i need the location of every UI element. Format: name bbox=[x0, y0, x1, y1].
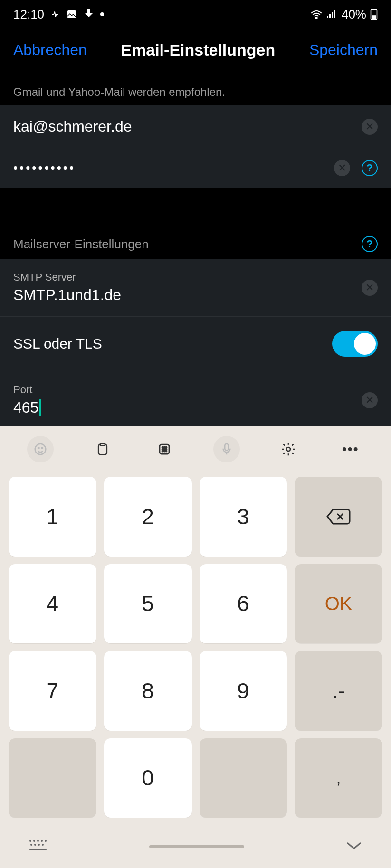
svg-point-29 bbox=[41, 840, 43, 842]
svg-point-26 bbox=[29, 840, 31, 842]
password-value: •••••••••• bbox=[13, 160, 378, 175]
svg-point-16 bbox=[164, 447, 165, 448]
svg-point-30 bbox=[45, 840, 47, 842]
account-hint: Gmail und Yahoo-Mail werden empfohlen. bbox=[0, 71, 391, 105]
svg-point-25 bbox=[286, 447, 290, 451]
svg-point-33 bbox=[38, 844, 40, 846]
port-value-text: 465 bbox=[13, 399, 38, 416]
more-icon[interactable]: ••• bbox=[337, 436, 364, 462]
key-9[interactable]: 9 bbox=[200, 651, 287, 731]
keyboard-collapse-icon[interactable] bbox=[345, 840, 362, 853]
clipboard-icon[interactable] bbox=[89, 436, 116, 462]
svg-rect-5 bbox=[334, 10, 335, 18]
save-button[interactable]: Speichern bbox=[309, 41, 378, 59]
smtp-label: SMTP Server bbox=[13, 271, 378, 283]
clear-smtp-button[interactable]: ✕ bbox=[362, 280, 378, 296]
key-7[interactable]: 7 bbox=[9, 651, 96, 731]
svg-rect-13 bbox=[100, 443, 105, 446]
image-icon bbox=[66, 9, 77, 20]
svg-point-18 bbox=[162, 449, 163, 450]
key-blank-left[interactable] bbox=[9, 738, 96, 818]
clear-email-button[interactable]: ✕ bbox=[362, 119, 378, 135]
battery-icon bbox=[370, 8, 378, 20]
smtp-field-row[interactable]: SMTP Server SMTP.1und1.de ✕ bbox=[0, 259, 391, 317]
svg-point-9 bbox=[35, 444, 46, 455]
dot-icon bbox=[100, 12, 104, 16]
password-help-button[interactable]: ? bbox=[362, 160, 378, 176]
ssl-toggle[interactable] bbox=[332, 331, 378, 357]
port-field-row[interactable]: Port 465 ✕ bbox=[0, 371, 391, 429]
svg-point-15 bbox=[162, 447, 163, 448]
status-bar: 12:10 40% bbox=[0, 0, 391, 28]
status-time: 12:10 bbox=[13, 7, 44, 22]
numeric-keyboard: ••• 1 2 3 4 5 6 OK 7 8 9 .- 0 , bbox=[0, 426, 391, 868]
microphone-icon[interactable] bbox=[213, 436, 240, 462]
svg-point-21 bbox=[162, 451, 163, 452]
password-field-row[interactable]: •••••••••• ✕ ? bbox=[0, 148, 391, 188]
port-label: Port bbox=[13, 384, 378, 396]
key-backspace[interactable] bbox=[295, 477, 382, 557]
port-value: 465 bbox=[13, 399, 378, 416]
mailserver-section-header: Mailserver-Einstellungen ? bbox=[0, 214, 391, 259]
ssl-toggle-row: SSL oder TLS bbox=[0, 317, 391, 371]
svg-point-31 bbox=[30, 844, 32, 846]
key-1[interactable]: 1 bbox=[9, 477, 96, 557]
activity-icon bbox=[50, 9, 60, 19]
svg-point-32 bbox=[34, 844, 36, 846]
key-8[interactable]: 8 bbox=[104, 651, 192, 731]
nav-handle[interactable] bbox=[149, 845, 244, 848]
download-icon bbox=[83, 9, 95, 20]
svg-point-27 bbox=[33, 840, 35, 842]
svg-rect-24 bbox=[225, 444, 229, 451]
key-6[interactable]: 6 bbox=[200, 564, 287, 644]
svg-point-22 bbox=[164, 451, 165, 452]
grid-icon[interactable] bbox=[151, 436, 178, 462]
svg-point-11 bbox=[42, 447, 43, 449]
key-ok[interactable]: OK bbox=[295, 564, 382, 644]
key-symbols-1[interactable]: .- bbox=[295, 651, 382, 731]
keyboard-switch-icon[interactable] bbox=[29, 839, 48, 854]
svg-rect-4 bbox=[332, 12, 333, 18]
key-blank-right[interactable] bbox=[200, 738, 287, 818]
page-header: Abbrechen Email-Einstellungen Speichern bbox=[0, 28, 391, 71]
svg-point-19 bbox=[164, 449, 165, 450]
svg-rect-2 bbox=[327, 16, 328, 18]
emoji-icon[interactable] bbox=[27, 436, 54, 462]
svg-point-10 bbox=[38, 447, 39, 449]
key-2[interactable]: 2 bbox=[104, 477, 192, 557]
signal-icon bbox=[326, 9, 338, 19]
mailserver-section: SMTP Server SMTP.1und1.de ✕ SSL oder TLS… bbox=[0, 259, 391, 429]
svg-rect-7 bbox=[372, 9, 376, 9]
svg-point-1 bbox=[315, 17, 317, 19]
status-battery-text: 40% bbox=[342, 7, 366, 22]
page-title: Email-Einstellungen bbox=[87, 41, 309, 59]
email-field-row[interactable]: kai@schmerer.de ✕ bbox=[0, 105, 391, 148]
svg-point-20 bbox=[166, 449, 167, 450]
key-4[interactable]: 4 bbox=[9, 564, 96, 644]
clear-password-button[interactable]: ✕ bbox=[334, 160, 350, 176]
mailserver-section-label: Mailserver-Einstellungen bbox=[13, 237, 149, 252]
key-3[interactable]: 3 bbox=[200, 477, 287, 557]
cancel-button[interactable]: Abbrechen bbox=[13, 41, 87, 59]
keyboard-bottom-bar bbox=[0, 825, 391, 868]
svg-rect-8 bbox=[372, 15, 376, 19]
email-value: kai@schmerer.de bbox=[13, 118, 378, 135]
keypad-grid: 1 2 3 4 5 6 OK 7 8 9 .- 0 , bbox=[0, 472, 391, 825]
svg-point-17 bbox=[166, 447, 167, 448]
text-cursor bbox=[39, 399, 41, 416]
key-0[interactable]: 0 bbox=[104, 738, 192, 818]
svg-rect-3 bbox=[329, 14, 331, 18]
svg-rect-0 bbox=[67, 10, 76, 18]
gear-icon[interactable] bbox=[275, 436, 302, 462]
svg-point-28 bbox=[37, 840, 39, 842]
svg-point-34 bbox=[42, 844, 44, 846]
key-5[interactable]: 5 bbox=[104, 564, 192, 644]
svg-point-23 bbox=[166, 451, 167, 452]
wifi-icon bbox=[310, 9, 323, 19]
account-section: kai@schmerer.de ✕ •••••••••• ✕ ? bbox=[0, 105, 391, 188]
keyboard-toolbar: ••• bbox=[0, 426, 391, 472]
smtp-value: SMTP.1und1.de bbox=[13, 286, 378, 304]
clear-port-button[interactable]: ✕ bbox=[362, 392, 378, 408]
key-symbols-2[interactable]: , bbox=[295, 738, 382, 818]
mailserver-help-button[interactable]: ? bbox=[362, 236, 378, 252]
